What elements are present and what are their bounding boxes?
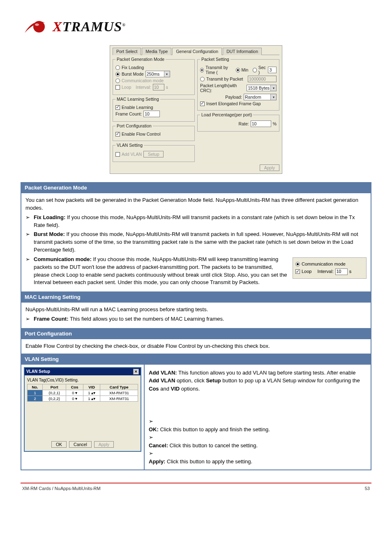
label-burst-mode: Burst Mode [122, 72, 144, 76]
label-enable-flow: Enable Flow Control [122, 132, 161, 136]
dialog-subtitle: VLAN Tag(Cos,VID) Setting. [27, 378, 138, 382]
label-min: Min [242, 67, 249, 72]
bullet-icon: ➢ [25, 231, 31, 254]
input-interval: 10 [153, 84, 164, 90]
text-vlan-intro: Add VLAN: This function allows you to ad… [149, 369, 367, 393]
svg-point-1 [35, 23, 39, 26]
chevron-down-icon: ▾ [270, 85, 276, 91]
label-interval-unit-inline: s [349, 268, 352, 275]
bullet-icon: ➢ [25, 315, 31, 323]
bullet-icon: ➢ [25, 256, 31, 287]
input-tx-packet: 1000000 [248, 76, 277, 82]
brand-logo: XTRAMUS® [21, 16, 371, 37]
text-vlan-cancel: Cancel: Click this button to cancel the … [149, 442, 367, 450]
cell-vid[interactable]: 1 ▴▾ [83, 395, 100, 401]
bullet-icon: ➢ [149, 434, 153, 440]
group-port-config: Port Configuration Enable Flow Control [113, 123, 195, 141]
text-frame-count: Frame Count: This field allows you to se… [34, 315, 224, 323]
vlan-table: No. Port Cos VID Card Type 1 (0,2,1) [27, 384, 138, 402]
label-loop-inline: Loop [302, 268, 311, 275]
radio-tx-time[interactable] [200, 68, 204, 72]
text-comm-mode: Communication mode Loop Interval:10s Com… [34, 256, 367, 287]
dropdown-payload[interactable]: Random▾ [244, 94, 277, 100]
radio-comm-mode[interactable] [115, 79, 120, 83]
input-tx-time[interactable]: 3 [268, 67, 277, 73]
input-interval-inline[interactable]: 10 [335, 268, 348, 275]
bullet-icon: ➢ [25, 214, 31, 229]
label-loop: Loop [122, 85, 131, 90]
radio-fix-loading[interactable] [115, 65, 120, 70]
input-rate[interactable]: 10 [251, 120, 271, 127]
tab-port-select[interactable]: Port Select [113, 48, 141, 55]
text-vlan-ok: OK: Click this button to apply and finis… [149, 426, 367, 434]
label-insert-gap: Insert Elongated Frame Gap [206, 101, 261, 106]
apply-button[interactable]: Apply [260, 164, 279, 171]
label-tx-time: Transmit by Time ( [205, 65, 234, 75]
heading-portconf: Port Configuration [21, 328, 371, 339]
cell-vid[interactable]: 1 ▴▾ [83, 390, 100, 395]
radio-min[interactable] [236, 68, 240, 72]
group-vlan-setting: VLAN Setting Add VLAN Setup [113, 143, 195, 162]
bullet-icon: ➢ [149, 450, 153, 456]
heading-vlan: VLAN Setting [21, 354, 371, 365]
label-enable-learning: Enable Learning [122, 105, 153, 110]
table-row: 2 (0,2,2) 0 ▾ 1 ▴▾ XM-RM731 [28, 395, 138, 401]
radio-comm-mode-inline[interactable] [295, 262, 300, 266]
label-comm-mode-inline: Communication mode [302, 261, 346, 268]
dropdown-burst-interval[interactable]: 250ms▾ [145, 71, 170, 77]
legend-load-pct: Load Percentage(per port) [200, 112, 253, 117]
check-loop-inline[interactable] [295, 269, 300, 274]
check-insert-gap[interactable] [200, 102, 205, 106]
label-frame-count: Frame Count: [115, 111, 142, 116]
group-load-pct: Load Percentage(per port) Rate:10% [197, 112, 279, 132]
vlan-setup-dialog: VLAN Setup✕ VLAN Tag(Cos,VID) Setting. N… [24, 367, 141, 452]
ok-button[interactable]: OK [51, 441, 67, 448]
check-enable-flow[interactable] [115, 132, 120, 136]
dropdown-pkt-len[interactable]: 1518 Bytes▾ [247, 85, 277, 91]
legend-pkt-setting: Packet Setting [200, 57, 231, 62]
radio-burst-mode[interactable] [115, 72, 120, 76]
group-mac-learning: MAC Learning Setting Enable Learning Fra… [113, 97, 195, 122]
check-add-vlan[interactable] [115, 152, 120, 157]
label-tx-packet: Transmit by Packet [206, 76, 243, 81]
check-loop[interactable] [115, 85, 120, 90]
label-fix-loading: Fix Loading [122, 65, 144, 70]
label-payload: Payload: [225, 95, 242, 99]
cell-cos[interactable]: 0 ▾ [66, 395, 83, 401]
check-enable-learning[interactable] [115, 105, 120, 110]
col-vid: VID [83, 384, 100, 390]
label-interval: Interval: [136, 85, 151, 90]
input-frame-count[interactable]: 10 [143, 111, 160, 117]
section-pkt-gen-mode: Packet Generation Mode You can set how p… [21, 182, 371, 470]
col-port: Port [43, 384, 66, 390]
text-burst-mode: Burst Mode: If you choose this mode, NuA… [34, 231, 367, 254]
cancel-button[interactable]: Cancel [69, 441, 92, 448]
close-icon[interactable]: ✕ [133, 369, 139, 375]
heading-pkt-gen: Packet Generation Mode [21, 183, 371, 193]
tab-general-config[interactable]: General Configuration [172, 48, 222, 55]
page-number: 53 [365, 486, 370, 491]
setup-button[interactable]: Setup [143, 151, 164, 157]
group-packet-gen-mode: Packet Generation Mode Fix Loading Burst… [113, 57, 195, 95]
text-mac-intro: NuApps-MultiUnits-RM will run a MAC Lear… [25, 306, 367, 314]
apply-button-dialog[interactable]: Apply [94, 441, 114, 448]
tab-media-type[interactable]: Media Type [142, 48, 171, 55]
cell-cos[interactable]: 0 ▾ [66, 390, 83, 395]
legend-mac: MAC Learning Setting [115, 97, 160, 102]
legend-port-conf: Port Configuration [115, 123, 153, 128]
bullet-icon: ➢ [149, 418, 153, 424]
label-interval-inline: Interval: [318, 268, 334, 275]
label-sec: Sec ) [258, 65, 267, 75]
chevron-down-icon: ▾ [270, 94, 276, 100]
radio-tx-packet[interactable] [200, 77, 205, 81]
text-portconf: Enable Flow Control by checking the chec… [21, 339, 371, 354]
col-cos: Cos [66, 384, 83, 390]
radio-sec[interactable] [253, 68, 256, 72]
tab-dut-info[interactable]: DUT Information [223, 48, 262, 55]
text-pkt-gen-intro: You can set how packets will be generate… [25, 197, 367, 212]
legend-vlan: VLAN Setting [115, 143, 144, 148]
general-config-panel: Port Select Media Type General Configura… [110, 45, 282, 174]
footer-left: XM-RM Cards / NuApps-MultiUnits-RM [22, 486, 101, 491]
dialog-title: VLAN Setup [26, 369, 50, 374]
label-pct: % [273, 121, 277, 126]
